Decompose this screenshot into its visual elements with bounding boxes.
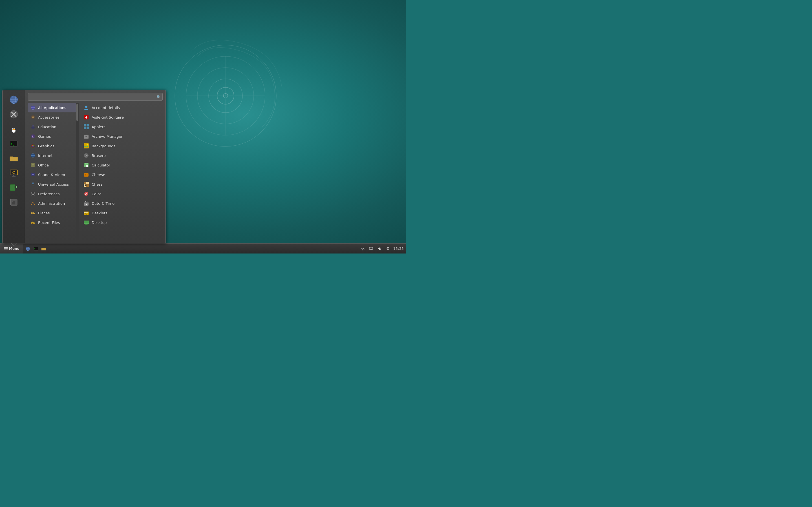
sidebar-icon-globe[interactable] [7, 93, 20, 107]
app-icon-date-time [83, 200, 89, 207]
svg-rect-71 [84, 144, 89, 149]
taskbar-terminal-icon[interactable]: >_ [32, 245, 40, 252]
sidebar-icon-monitor[interactable] [7, 166, 20, 180]
app-icon-aisleriot: ♠ [83, 114, 89, 120]
category-internet[interactable]: Internet [28, 151, 76, 160]
app-icon-account-details [83, 105, 89, 111]
taskbar-network-icon[interactable] [359, 245, 366, 252]
menu-arrow [11, 243, 17, 246]
app-desklets[interactable]: desklet Desklets [81, 208, 163, 218]
app-aisleriot[interactable]: ♠ AisleRiot Solitaire [81, 112, 163, 122]
svg-point-20 [13, 128, 13, 129]
app-backgrounds[interactable]: Backgrounds [81, 141, 163, 151]
svg-text:>_: >_ [34, 248, 37, 250]
svg-rect-79 [86, 165, 87, 166]
sidebar-icon-terminal[interactable]: >_ [7, 137, 20, 151]
category-label-internet: Internet [38, 154, 53, 158]
sidebar-icon-tools[interactable] [7, 108, 20, 121]
app-icon-brasero [83, 152, 89, 159]
category-graphics[interactable]: Graphics [28, 141, 76, 151]
category-icon-preferences [30, 191, 36, 196]
svg-text:>_: >_ [11, 142, 15, 146]
menu-right-panel: 🔍 All Applications Accessories [25, 90, 165, 243]
svg-rect-81 [85, 166, 86, 167]
app-icon-calculator [83, 162, 89, 168]
svg-rect-28 [12, 176, 15, 177]
app-label-backgrounds: Backgrounds [92, 144, 115, 148]
app-color[interactable]: Color [81, 189, 163, 199]
category-recent-files[interactable]: Recent Files [28, 218, 76, 227]
category-icon-all [30, 105, 36, 110]
svg-point-22 [13, 129, 15, 130]
sidebar-icon-logout[interactable] [7, 181, 20, 194]
svg-point-4 [217, 87, 234, 104]
app-icon-applets [83, 124, 89, 130]
app-label-account-details: Account details [92, 106, 120, 110]
category-label-sound-video: Sound & Video [38, 173, 65, 177]
category-icon-education [30, 124, 36, 129]
app-icon-cheese [83, 172, 89, 178]
svg-rect-68 [87, 127, 89, 129]
sidebar-icon-penguin[interactable] [7, 122, 20, 136]
svg-point-87 [85, 174, 85, 174]
svg-point-47 [33, 145, 35, 146]
svg-point-0 [175, 45, 276, 147]
svg-point-62 [85, 106, 87, 108]
taskbar-globe-icon[interactable] [24, 245, 32, 252]
svg-rect-107 [4, 247, 8, 248]
category-education[interactable]: Education [28, 122, 76, 131]
app-calculator[interactable]: Calculator [81, 160, 163, 170]
app-account-details[interactable]: Account details [81, 103, 163, 112]
app-menu-popup: >_ ⬛ 🔍 [2, 90, 166, 243]
taskbar-right-icons [359, 245, 392, 252]
category-preferences[interactable]: Preferences [28, 189, 76, 199]
app-applets[interactable]: Applets [81, 122, 163, 131]
app-label-color: Color [92, 192, 101, 196]
category-icon-graphics [30, 143, 36, 149]
app-cheese[interactable]: Cheese [81, 170, 163, 179]
category-label-office: Office [38, 163, 49, 167]
category-office[interactable]: Office [28, 160, 76, 170]
category-accessories[interactable]: Accessories [28, 112, 76, 122]
search-icon[interactable]: 🔍 [156, 95, 161, 99]
category-label-graphics: Graphics [38, 144, 54, 148]
category-places[interactable]: Places [28, 208, 76, 218]
app-archive-manager[interactable]: Archive Manager [81, 131, 163, 141]
taskbar-display-icon[interactable] [367, 245, 375, 252]
search-input[interactable] [28, 93, 163, 101]
category-all-applications[interactable]: All Applications [28, 103, 76, 112]
app-label-applets: Applets [92, 125, 105, 129]
app-icon-archive-manager [83, 133, 89, 139]
taskbar-im-icon[interactable] [384, 245, 392, 252]
category-administration[interactable]: Administration [28, 199, 76, 208]
app-icon-chess: ♟ [83, 181, 89, 187]
svg-point-2 [197, 68, 254, 124]
app-label-brasero: Brasero [92, 154, 106, 158]
app-label-desktop: Desktop [92, 221, 107, 225]
taskbar-volume-icon[interactable] [376, 245, 383, 252]
svg-point-41 [32, 126, 33, 126]
svg-point-46 [32, 145, 33, 146]
category-sound-video[interactable]: Sound & Video [28, 170, 76, 179]
app-brasero[interactable]: Brasero [81, 151, 163, 160]
sidebar-icon-folder[interactable] [7, 152, 20, 165]
scroll-thumb[interactable] [77, 104, 78, 121]
svg-point-48 [33, 146, 34, 147]
category-universal-access[interactable]: Universal Access [28, 179, 76, 189]
app-chess[interactable]: ♟ Chess [81, 179, 163, 189]
taskbar-right: 15:35 [359, 245, 406, 252]
svg-point-5 [223, 94, 228, 98]
taskbar-folder-icon[interactable] [40, 245, 47, 252]
category-games[interactable]: ♟ Games [28, 131, 76, 141]
svg-text:⬛: ⬛ [11, 201, 16, 205]
taskbar-clock: 15:35 [393, 246, 404, 251]
svg-text:desklet: desklet [85, 213, 89, 216]
app-desktop[interactable]: Desktop [81, 218, 163, 227]
sidebar-icon-lock[interactable]: ⬛ [7, 195, 20, 209]
app-date-time[interactable]: Date & Time [81, 199, 163, 208]
app-label-cheese: Cheese [92, 173, 105, 177]
app-icon-color [83, 191, 89, 197]
svg-rect-77 [85, 163, 88, 165]
svg-point-75 [86, 155, 87, 156]
search-bar: 🔍 [28, 93, 163, 101]
